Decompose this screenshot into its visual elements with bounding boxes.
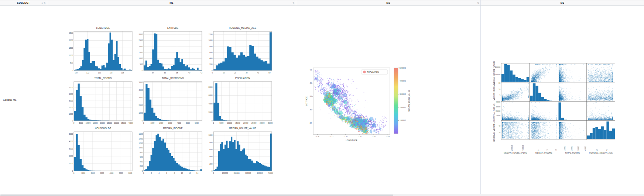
y-tick-label: 4000 bbox=[69, 93, 73, 95]
x-tick-label: 8 bbox=[174, 172, 175, 174]
legend-marker-icon bbox=[363, 71, 366, 73]
x-tick-label: 40000 bbox=[128, 122, 133, 124]
matrix-row-label: MEDIAN_HOUSE_VALUE bbox=[493, 63, 495, 82]
matrix-x-tick-label: 10000 bbox=[564, 141, 566, 151]
x-tick-label: 2000 bbox=[160, 122, 164, 124]
histogram-housing_median_age: HOUSING_MEDIAN_AGE0200400600800100012000… bbox=[203, 24, 273, 74]
x-tick-label: 6000 bbox=[195, 122, 199, 124]
x-tick-label: 0 bbox=[73, 122, 75, 124]
matrix-y-tick-label: 30000 bbox=[490, 106, 500, 108]
y-tick-label: 1500 bbox=[69, 47, 73, 49]
x-tick-label: 4000 bbox=[110, 172, 114, 174]
histogram-population: POPULATION020004000600080000500010000150… bbox=[203, 74, 273, 124]
x-tick-label: 6000 bbox=[129, 172, 133, 174]
y-tick-label: 4000 bbox=[138, 89, 143, 91]
x-tick-label: 200000 bbox=[234, 172, 240, 174]
y-tick-label: 0 bbox=[72, 69, 73, 72]
x-tick-label: 12 bbox=[189, 172, 191, 174]
y-tick-label: 2000 bbox=[208, 111, 212, 113]
column-header-m1[interactable]: M1 ⇅ bbox=[47, 0, 296, 5]
x-tick-label: 5000 bbox=[220, 122, 224, 124]
matrix-col-label: MEDIAN_HOUSE_VALUE bbox=[501, 152, 530, 154]
y-tick-label: 800 bbox=[209, 141, 213, 144]
y-tick-label: 1200 bbox=[208, 33, 212, 35]
column-header-m2[interactable]: M2 ⇅ bbox=[296, 0, 481, 5]
matrix-x-tick-label: 30000 bbox=[578, 141, 579, 151]
sort-indicator[interactable]: 1⇅ bbox=[41, 0, 46, 5]
x-tick-label: 20000 bbox=[243, 122, 249, 124]
x-tick-label: 20 bbox=[234, 72, 236, 74]
horizontal-scrollbar[interactable] bbox=[0, 194, 644, 196]
matrix-y-tick-label: 20 bbox=[490, 132, 500, 134]
x-tick-label: 10000 bbox=[86, 122, 91, 124]
subplot-title: TOTAL_ROOMS bbox=[94, 77, 112, 80]
y-tick-label: 36 bbox=[309, 109, 312, 111]
x-tick-label: 5000 bbox=[79, 122, 83, 124]
subplot-title: POPULATION bbox=[235, 77, 250, 79]
subplot-title: TOTAL_BEDROOMS bbox=[162, 77, 184, 80]
histogram-latitude: LATITUDE05001000150020002500300034363840… bbox=[133, 24, 203, 74]
y-tick-label: 1500 bbox=[138, 51, 143, 54]
colorbar-tick-label: 100000 bbox=[400, 119, 406, 121]
m3-scatter-matrix-figure: MEDIAN_HOUSE_VALUEMEDIAN_HOUSE_VALUE2000… bbox=[481, 6, 644, 194]
matrix-x-tick-label: 400000 bbox=[522, 141, 524, 151]
matrix-y-tick-label: 10 bbox=[490, 89, 500, 90]
legend-label: POPULATION bbox=[367, 71, 379, 73]
y-tick-label: 3000 bbox=[69, 148, 73, 150]
sort-arrows-icon[interactable]: ⇅ bbox=[477, 0, 479, 5]
y-tick-label: 2000 bbox=[69, 155, 73, 157]
y-tick-label: 0 bbox=[212, 69, 213, 72]
y-tick-label: 3000 bbox=[69, 100, 73, 102]
x-tick-label: 0 bbox=[213, 122, 214, 124]
y-tick-label: 3000 bbox=[138, 96, 143, 99]
colorbar bbox=[394, 68, 398, 134]
subject-cell[interactable]: General ML bbox=[0, 6, 47, 194]
matrix-y-tick-label: 15 bbox=[490, 82, 500, 84]
y-tick-label: 1000 bbox=[138, 147, 143, 149]
y-tick-label: 2500 bbox=[138, 39, 143, 41]
y-tick-label: 0 bbox=[212, 170, 213, 172]
x-tick-label: -122 bbox=[330, 135, 333, 138]
colorbar-tick-label: 400000 bbox=[400, 80, 406, 82]
y-tick-label: 1200 bbox=[138, 142, 143, 144]
column-header-m3[interactable]: M3 bbox=[481, 0, 644, 5]
x-tick-label: 10 bbox=[223, 72, 225, 74]
x-tick-label: 1000 bbox=[151, 122, 155, 124]
column-header-subject[interactable]: SUBJECT 1⇅ bbox=[0, 0, 47, 5]
matrix-col-label: MEDIAN_INCOME bbox=[530, 152, 558, 154]
colorbar-tick-label: 300000 bbox=[400, 93, 406, 95]
x-tick-label: 25000 bbox=[107, 122, 112, 124]
y-tick-label: 5000 bbox=[138, 81, 143, 83]
matrix-y-tick-label: 5 bbox=[490, 94, 500, 96]
x-tick-label: -118 bbox=[109, 72, 113, 74]
x-tick-label: 2 bbox=[151, 172, 152, 174]
m3-cell[interactable]: MEDIAN_HOUSE_VALUEMEDIAN_HOUSE_VALUE2000… bbox=[481, 6, 644, 194]
histogram-median_house_value: MEDIAN_HOUSE_VALUE0200400600800100001000… bbox=[203, 124, 273, 175]
y-tick-label: 800 bbox=[209, 45, 213, 48]
m1-cell[interactable]: LONGITUDE05001000150020002500-124-122-12… bbox=[47, 6, 296, 194]
matrix-y-tick-label: 40000 bbox=[490, 101, 500, 103]
x-tick-label: 10 bbox=[181, 172, 183, 174]
x-tick-label: 50 bbox=[268, 72, 271, 74]
y-tick-label: 600 bbox=[140, 156, 143, 158]
x-tick-label: 30 bbox=[246, 72, 248, 74]
x-tick-label: 30000 bbox=[114, 122, 119, 124]
sort-arrows-icon[interactable]: ⇅ bbox=[292, 0, 295, 5]
y-tick-label: 0 bbox=[142, 120, 143, 122]
y-tick-label: 2000 bbox=[138, 104, 143, 106]
x-tick-label: 0 bbox=[213, 172, 214, 174]
x-tick-label: 500000 bbox=[268, 172, 273, 174]
y-tick-label: 2000 bbox=[138, 45, 143, 48]
sort-arrows-icon: ⇅ bbox=[44, 1, 46, 4]
y-tick-label: 34 bbox=[309, 122, 312, 124]
x-tick-label: 100000 bbox=[222, 172, 228, 174]
x-tick-label: 40 bbox=[257, 72, 259, 74]
y-tick-label: 40 bbox=[309, 82, 312, 84]
m2-cell[interactable]: -124-122-120-118-116-1143436384042LONGIT… bbox=[296, 6, 481, 194]
y-tick-label: 500 bbox=[70, 62, 73, 64]
y-tick-label: 42 bbox=[309, 69, 312, 71]
x-tick-label: 15000 bbox=[93, 122, 98, 124]
horizontal-scrollbar-thumb[interactable] bbox=[0, 195, 393, 196]
x-tick-label: 4000 bbox=[177, 122, 181, 124]
x-tick-label: 300000 bbox=[245, 172, 251, 174]
